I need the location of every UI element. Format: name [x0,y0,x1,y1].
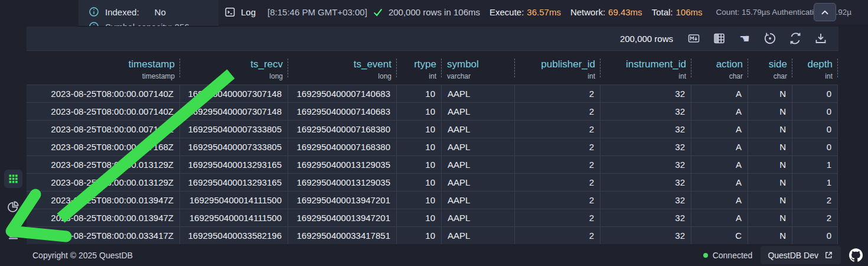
log-tab[interactable]: Log [241,7,256,17]
cell-timestamp[interactable]: 2023-08-25T08:00:00.013129Z [27,156,180,173]
download-csv-icon[interactable] [814,32,827,45]
cell-instrument_id[interactable]: 32 [601,209,691,226]
cell-instrument_id[interactable]: 32 [601,227,691,244]
cell-publisher_id[interactable]: 2 [515,103,601,120]
cell-ts_event[interactable]: 1692950400013947201 [288,209,397,226]
columns-icon[interactable] [713,32,726,45]
info-icon[interactable] [89,21,99,27]
column-header-side[interactable]: sidechar [748,51,792,85]
cell-rtype[interactable]: 10 [397,227,442,244]
history-icon[interactable] [763,32,776,45]
sidebar-item-chart[interactable] [4,197,22,216]
column-header-publisher_id[interactable]: publisher_idint [515,51,601,85]
cell-instrument_id[interactable]: 32 [601,121,691,138]
cell-ts_event[interactable]: 1692950400033417851 [288,227,397,244]
pointer-hand-icon[interactable]: ☚ [738,32,751,45]
cell-action[interactable]: A [691,192,748,209]
cell-timestamp[interactable]: 2023-08-25T08:00:00.007140Z [27,85,180,102]
cell-publisher_id[interactable]: 2 [515,85,601,102]
cell-ts_recv[interactable]: 1692950400013293165 [180,156,288,173]
cell-depth[interactable]: 0 [792,138,838,155]
sidebar-item-import[interactable] [4,225,22,244]
cell-action[interactable]: A [691,174,748,191]
cell-timestamp[interactable]: 2023-08-25T08:00:00.007168Z [27,121,180,138]
collapse-panel-button[interactable] [814,3,836,21]
cell-action[interactable]: A [691,103,748,120]
column-header-ts_recv[interactable]: ts_recvlong [180,51,288,85]
cell-ts_event[interactable]: 1692950400013129035 [288,156,397,173]
column-header-ts_event[interactable]: ts_eventlong [288,51,397,85]
cell-rtype[interactable]: 10 [397,156,442,173]
cell-ts_recv[interactable]: 1692950400014111500 [180,209,288,226]
cell-side[interactable]: N [748,103,792,120]
cell-rtype[interactable]: 10 [397,85,442,102]
cell-depth[interactable]: 2 [792,209,838,226]
cell-side[interactable]: N [748,174,792,191]
cell-ts_recv[interactable]: 1692950400007307148 [180,103,288,120]
cell-ts_event[interactable]: 1692950400013947201 [288,192,397,209]
cell-rtype[interactable]: 10 [397,174,442,191]
cell-symbol[interactable]: AAPL [442,85,515,102]
cell-timestamp[interactable]: 2023-08-25T08:00:00.013947Z [27,209,180,226]
cell-depth[interactable]: 0 [792,85,838,102]
cell-ts_recv[interactable]: 1692950400007333805 [180,121,288,138]
cell-action[interactable]: A [691,138,748,155]
column-header-symbol[interactable]: symbolvarchar [442,51,515,85]
cell-instrument_id[interactable]: 32 [601,156,691,173]
cell-ts_event[interactable]: 1692950400007140683 [288,103,397,120]
cell-symbol[interactable]: AAPL [442,121,515,138]
cell-ts_recv[interactable]: 1692950400033582196 [180,227,288,244]
cell-ts_recv[interactable]: 1692950400007307148 [180,85,288,102]
cell-publisher_id[interactable]: 2 [515,156,601,173]
cell-instrument_id[interactable]: 32 [601,85,691,102]
cell-depth[interactable]: 0 [792,227,838,244]
cell-ts_recv[interactable]: 1692950400014111500 [180,192,288,209]
cell-symbol[interactable]: AAPL [442,192,515,209]
cell-timestamp[interactable]: 2023-08-25T08:00:00.007140Z [27,103,180,120]
cell-side[interactable]: N [748,85,792,102]
cell-instrument_id[interactable]: 32 [601,174,691,191]
cell-depth[interactable]: 2 [792,192,838,209]
cell-depth[interactable]: 0 [792,103,838,120]
cell-timestamp[interactable]: 2023-08-25T08:00:00.013129Z [27,174,180,191]
cell-publisher_id[interactable]: 2 [515,227,601,244]
cell-rtype[interactable]: 10 [397,138,442,155]
cell-symbol[interactable]: AAPL [442,103,515,120]
cell-ts_recv[interactable]: 1692950400013293165 [180,174,288,191]
cell-depth[interactable]: 1 [792,174,838,191]
cell-action[interactable]: A [691,209,748,226]
cell-action[interactable]: A [691,156,748,173]
column-header-instrument_id[interactable]: instrument_idint [601,51,691,85]
cell-ts_recv[interactable]: 1692950400007333805 [180,138,288,155]
cell-publisher_id[interactable]: 2 [515,174,601,191]
cell-action[interactable]: C [691,227,748,244]
cell-side[interactable]: N [748,156,792,173]
cell-depth[interactable]: 0 [792,121,838,138]
cell-timestamp[interactable]: 2023-08-25T08:00:00.033417Z [27,227,180,244]
instance-button[interactable]: QuestDB Dev [761,246,841,264]
cell-rtype[interactable]: 10 [397,209,442,226]
markdown-export-icon[interactable] [687,32,700,45]
cell-symbol[interactable]: AAPL [442,156,515,173]
column-header-depth[interactable]: depthint [792,51,838,85]
cell-symbol[interactable]: AAPL [442,209,515,226]
column-header-rtype[interactable]: rtypeint [397,51,442,85]
cell-timestamp[interactable]: 2023-08-25T08:00:00.007168Z [27,138,180,155]
cell-rtype[interactable]: 10 [397,103,442,120]
cell-instrument_id[interactable]: 32 [601,192,691,209]
cell-ts_event[interactable]: 1692950400007140683 [288,85,397,102]
cell-publisher_id[interactable]: 2 [515,209,601,226]
cell-action[interactable]: A [691,85,748,102]
info-icon[interactable] [89,7,99,17]
cell-publisher_id[interactable]: 2 [515,192,601,209]
refresh-icon[interactable] [789,32,802,45]
github-icon[interactable] [849,248,863,262]
cell-rtype[interactable]: 10 [397,121,442,138]
cell-side[interactable]: N [748,192,792,209]
sidebar-item-grid[interactable] [4,170,22,188]
cell-symbol[interactable]: AAPL [442,227,515,244]
cell-ts_event[interactable]: 1692950400013129035 [288,174,397,191]
column-header-timestamp[interactable]: timestamptimestamp [27,51,180,85]
cell-ts_event[interactable]: 1692950400007168380 [288,121,397,138]
cell-instrument_id[interactable]: 32 [601,138,691,155]
